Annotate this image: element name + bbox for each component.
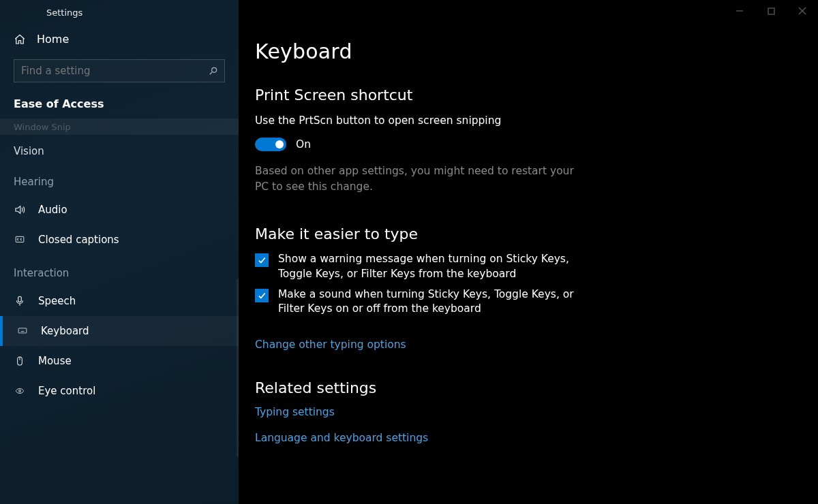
close-button[interactable] — [787, 0, 818, 22]
sidebar-item-closed-captions[interactable]: Closed captions — [0, 225, 239, 255]
svg-rect-4 — [18, 328, 27, 333]
sidebar: Settings Home Ease of Access Window Snip… — [0, 0, 239, 504]
sidebar-category: Ease of Access — [0, 97, 239, 119]
sidebar-item-label: Mouse — [38, 355, 72, 367]
sidebar-ghost-row: Window Snip — [0, 119, 239, 135]
svg-point-12 — [19, 390, 21, 392]
prtscn-desc: Use the PrtScn button to open screen sni… — [255, 113, 596, 128]
sidebar-item-label: Speech — [38, 295, 76, 307]
nav-home[interactable]: Home — [0, 25, 239, 59]
link-typing-settings[interactable]: Typing settings — [255, 406, 793, 418]
sidebar-item-keyboard[interactable]: Keyboard — [0, 316, 239, 346]
home-icon — [14, 33, 26, 46]
sidebar-item-label: Eye control — [38, 385, 95, 397]
check-sound-label: Make a sound when turning Sticky Keys, T… — [278, 287, 596, 317]
search-input[interactable] — [14, 59, 225, 82]
sidebar-group-hearing: Hearing — [0, 163, 239, 195]
section-related-heading: Related settings — [255, 379, 793, 396]
link-language-keyboard-settings[interactable]: Language and keyboard settings — [255, 432, 793, 444]
sidebar-item-speech[interactable]: Speech — [0, 286, 239, 316]
sidebar-item-eye-control[interactable]: Eye control — [0, 376, 239, 406]
main-content: Keyboard Print Screen shortcut Use the P… — [239, 0, 818, 504]
captions-icon — [14, 234, 26, 246]
section-easier-heading: Make it easier to type — [255, 225, 793, 242]
keyboard-icon — [16, 325, 29, 337]
prtscn-toggle-label: On — [296, 138, 311, 151]
minimize-button[interactable] — [724, 0, 755, 22]
sidebar-item-audio[interactable]: Audio — [0, 195, 239, 225]
svg-rect-2 — [16, 236, 24, 242]
check-warning[interactable] — [255, 253, 269, 267]
eye-icon — [14, 385, 26, 397]
nav-home-label: Home — [37, 33, 69, 46]
sidebar-item-label: Keyboard — [41, 325, 89, 337]
window-title: Settings — [0, 0, 239, 25]
search-box — [14, 59, 225, 82]
link-change-typing-options[interactable]: Change other typing options — [255, 338, 406, 351]
svg-rect-3 — [18, 296, 22, 302]
prtscn-toggle[interactable] — [255, 138, 286, 151]
window-controls — [724, 0, 818, 22]
speaker-icon — [14, 204, 26, 216]
prtscn-note: Based on other app settings, you might n… — [255, 163, 582, 194]
mic-icon — [14, 295, 26, 307]
mouse-icon — [14, 355, 26, 367]
sidebar-group-vision[interactable]: Vision — [0, 139, 239, 163]
check-warning-label: Show a warning message when turning on S… — [278, 252, 596, 281]
page-title: Keyboard — [255, 40, 793, 63]
sidebar-item-mouse[interactable]: Mouse — [0, 346, 239, 376]
window-title-text: Settings — [46, 7, 82, 18]
group-label-vision: Vision — [14, 145, 44, 157]
svg-rect-14 — [768, 8, 774, 14]
check-sound[interactable] — [255, 289, 269, 302]
sidebar-item-label: Closed captions — [38, 234, 119, 246]
sidebar-group-interaction: Interaction — [0, 255, 239, 286]
sidebar-item-label: Audio — [38, 204, 67, 216]
maximize-button[interactable] — [755, 0, 787, 22]
section-prtscn-heading: Print Screen shortcut — [255, 86, 793, 104]
